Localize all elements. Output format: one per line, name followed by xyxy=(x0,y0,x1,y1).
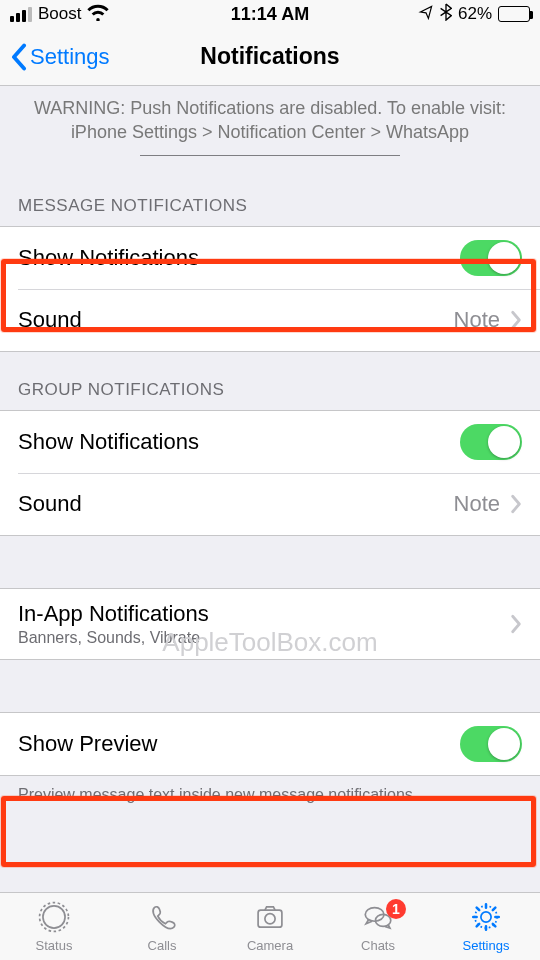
chats-badge: 1 xyxy=(386,899,406,919)
cell-value: Note xyxy=(454,491,500,517)
tab-label: Calls xyxy=(148,938,177,953)
cell-value: Note xyxy=(454,307,500,333)
bluetooth-icon xyxy=(440,3,452,26)
tab-bar: Status Calls Camera 1 Chats Settings xyxy=(0,892,540,960)
phone-icon xyxy=(145,900,179,937)
chevron-right-icon xyxy=(510,310,522,330)
location-icon xyxy=(418,4,434,25)
cell-label: Show Notifications xyxy=(18,429,199,455)
tab-settings[interactable]: Settings xyxy=(432,893,540,960)
message-show-notifications-toggle[interactable] xyxy=(460,240,522,276)
inapp-notifications-row[interactable]: In-App Notifications Banners, Sounds, Vi… xyxy=(0,589,540,659)
message-show-notifications-row[interactable]: Show Notifications xyxy=(0,227,540,289)
tab-camera[interactable]: Camera xyxy=(216,893,324,960)
tab-status[interactable]: Status xyxy=(0,893,108,960)
section-header-group: GROUP NOTIFICATIONS xyxy=(0,352,540,410)
section-header-message: MESSAGE NOTIFICATIONS xyxy=(0,156,540,226)
status-bar: Boost 11:14 AM 62% xyxy=(0,0,540,28)
carrier-name: Boost xyxy=(38,4,81,24)
show-preview-row[interactable]: Show Preview xyxy=(0,713,540,775)
cell-subtitle: Banners, Sounds, Vibrate xyxy=(18,629,209,647)
group-sound-row[interactable]: Sound Note xyxy=(0,473,540,535)
back-label: Settings xyxy=(30,44,110,70)
preview-group: Show Preview xyxy=(0,712,540,776)
svg-point-1 xyxy=(40,903,69,932)
cell-label: Show Notifications xyxy=(18,245,199,271)
battery-icon xyxy=(498,6,530,22)
tab-label: Settings xyxy=(463,938,510,953)
back-button[interactable]: Settings xyxy=(10,43,110,71)
group-show-notifications-toggle[interactable] xyxy=(460,424,522,460)
inapp-group: In-App Notifications Banners, Sounds, Vi… xyxy=(0,588,540,660)
preview-footer-note: Preview message text inside new message … xyxy=(0,776,540,810)
tab-chats[interactable]: 1 Chats xyxy=(324,893,432,960)
tab-label: Chats xyxy=(361,938,395,953)
warning-line-2: iPhone Settings > Notification Center > … xyxy=(28,120,512,144)
chevron-right-icon xyxy=(510,614,522,634)
message-sound-row[interactable]: Sound Note xyxy=(0,289,540,351)
chevron-left-icon xyxy=(10,43,28,71)
tab-calls[interactable]: Calls xyxy=(108,893,216,960)
push-disabled-warning: WARNING: Push Notifications are disabled… xyxy=(0,86,540,156)
svg-point-3 xyxy=(265,914,275,924)
status-ring-icon xyxy=(37,900,71,937)
chevron-right-icon xyxy=(510,494,522,514)
svg-point-6 xyxy=(481,912,491,922)
cell-label: In-App Notifications xyxy=(18,601,209,627)
show-preview-toggle[interactable] xyxy=(460,726,522,762)
svg-point-7 xyxy=(475,906,497,928)
group-notifications-group: Show Notifications Sound Note xyxy=(0,410,540,536)
tab-label: Status xyxy=(36,938,73,953)
gear-icon xyxy=(469,900,503,937)
cell-label: Show Preview xyxy=(18,731,157,757)
camera-icon xyxy=(253,900,287,937)
cell-label: Sound xyxy=(18,491,82,517)
battery-percent: 62% xyxy=(458,4,492,24)
cell-label: Sound xyxy=(18,307,82,333)
nav-bar: Settings Notifications xyxy=(0,28,540,86)
wifi-icon xyxy=(87,3,109,26)
message-notifications-group: Show Notifications Sound Note xyxy=(0,226,540,352)
warning-line-1: WARNING: Push Notifications are disabled… xyxy=(28,96,512,120)
svg-point-0 xyxy=(43,906,65,928)
content-scroll[interactable]: WARNING: Push Notifications are disabled… xyxy=(0,86,540,810)
tab-label: Camera xyxy=(247,938,293,953)
group-show-notifications-row[interactable]: Show Notifications xyxy=(0,411,540,473)
signal-strength-icon xyxy=(10,7,32,22)
